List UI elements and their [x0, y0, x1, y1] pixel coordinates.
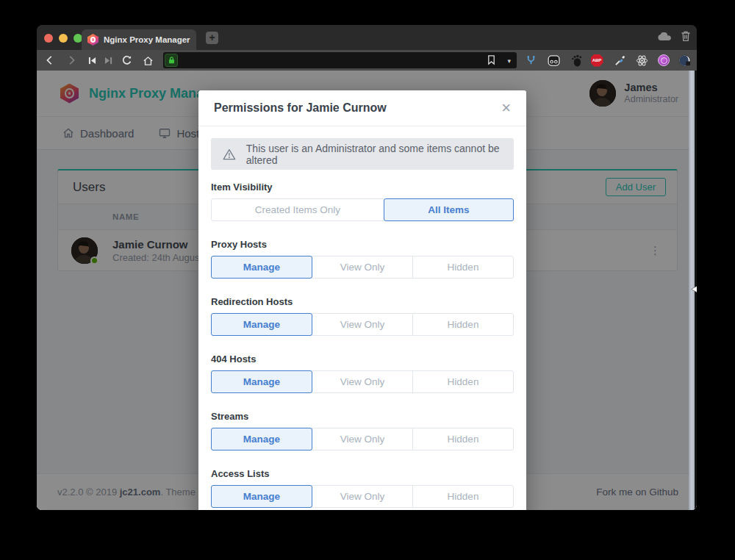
color-picker-extension-icon[interactable]	[613, 54, 626, 67]
browser-toolbar: ▾ ABP	[37, 50, 697, 71]
streams-group: Manage View Only Hidden	[211, 428, 514, 450]
container-extension-icon[interactable]	[547, 54, 560, 67]
gnome-foot-extension-icon[interactable]	[570, 54, 583, 67]
redirection-hosts-label: Redirection Hosts	[211, 296, 514, 307]
tab-title: Nginx Proxy Manager	[104, 35, 190, 44]
cloud-sync-icon[interactable]	[657, 31, 672, 44]
modal-title: Permissions for Jamie Curnow	[214, 101, 387, 115]
back-button[interactable]	[43, 50, 57, 71]
404-hosts-manage[interactable]: Manage	[211, 370, 312, 393]
item-visibility-label: Item Visibility	[211, 182, 514, 193]
reload-button[interactable]	[119, 50, 134, 71]
rewind-button[interactable]	[85, 50, 99, 71]
streams-manage[interactable]: Manage	[211, 428, 312, 450]
adblock-plus-extension-icon[interactable]: ABP	[590, 54, 603, 67]
mouse-cursor	[691, 284, 697, 297]
minimize-window-button[interactable]	[59, 34, 68, 43]
redirection-hosts-manage[interactable]: Manage	[211, 313, 312, 336]
permissions-modal: Permissions for Jamie Curnow × This user…	[198, 90, 526, 510]
item-visibility-group: Created Items Only All Items	[211, 198, 514, 221]
proxy-hosts-label: Proxy Hosts	[211, 239, 514, 250]
page-viewport: Nginx Proxy Manager James Administrator …	[37, 71, 697, 510]
devtools-atom-extension-icon[interactable]	[635, 54, 648, 67]
admin-warning-alert: This user is an Administrator and some i…	[211, 138, 514, 170]
redirection-hosts-group: Manage View Only Hidden	[211, 313, 514, 336]
proxy-hosts-view-only[interactable]: View Only	[312, 256, 413, 279]
404-hosts-label: 404 Hosts	[211, 353, 514, 365]
redirection-hosts-view-only[interactable]: View Only	[312, 313, 413, 336]
forward-button[interactable]	[64, 50, 79, 71]
proxy-hosts-manage[interactable]: Manage	[211, 256, 312, 279]
404-hosts-group: Manage View Only Hidden	[211, 370, 514, 393]
streams-view-only[interactable]: View Only	[312, 428, 413, 450]
bookmark-caret-icon[interactable]: ▾	[507, 57, 511, 65]
404-hosts-view-only[interactable]: View Only	[312, 370, 413, 393]
access-lists-group: Manage View Only Hidden	[211, 485, 514, 508]
close-window-button[interactable]	[44, 34, 53, 43]
browser-tab-bar: Nginx Proxy Manager +	[37, 25, 697, 50]
privacy-extension-icon[interactable]	[678, 54, 691, 67]
streams-label: Streams	[211, 411, 514, 422]
trash-icon[interactable]	[681, 30, 691, 45]
option-all-items[interactable]: All Items	[384, 198, 514, 221]
browser-window: Nginx Proxy Manager +	[37, 25, 697, 510]
secure-lock-icon[interactable]	[165, 54, 178, 67]
access-lists-label: Access Lists	[211, 468, 514, 479]
purple-app-extension-icon[interactable]	[657, 54, 670, 67]
favicon-nginx-proxy-manager	[87, 34, 98, 46]
fast-forward-button[interactable]	[101, 50, 115, 71]
streams-hidden[interactable]: Hidden	[412, 428, 514, 450]
warning-triangle-icon	[223, 148, 236, 161]
home-button[interactable]	[140, 50, 155, 71]
access-lists-view-only[interactable]: View Only	[312, 485, 413, 508]
window-controls	[44, 34, 82, 43]
new-tab-button[interactable]: +	[206, 32, 218, 44]
proxy-hosts-group: Manage View Only Hidden	[211, 256, 514, 279]
admin-warning-text: This user is an Administrator and some i…	[246, 143, 502, 166]
address-bar[interactable]: ▾	[163, 52, 517, 68]
close-icon[interactable]: ×	[501, 101, 511, 115]
access-lists-manage[interactable]: Manage	[211, 485, 312, 508]
fork-extension-icon[interactable]	[524, 54, 537, 67]
access-lists-hidden[interactable]: Hidden	[412, 485, 514, 508]
browser-tab[interactable]: Nginx Proxy Manager	[82, 29, 196, 50]
proxy-hosts-hidden[interactable]: Hidden	[412, 256, 514, 279]
redirection-hosts-hidden[interactable]: Hidden	[412, 313, 514, 336]
404-hosts-hidden[interactable]: Hidden	[412, 370, 514, 393]
option-created-items-only[interactable]: Created Items Only	[211, 198, 384, 221]
bookmark-icon[interactable]	[487, 54, 496, 68]
